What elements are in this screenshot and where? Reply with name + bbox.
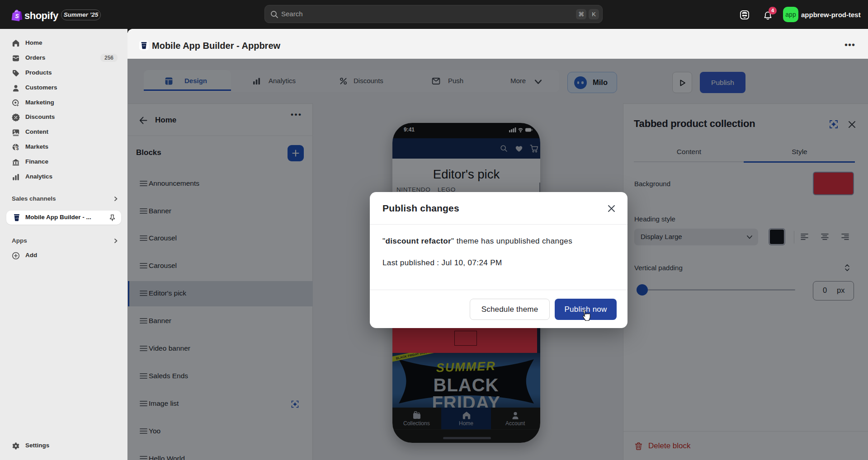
svg-text:S: S [15,13,19,19]
svg-text:</>: </> [142,45,146,47]
svg-text:$: $ [16,146,19,151]
svg-text:</>: </> [15,217,19,220]
